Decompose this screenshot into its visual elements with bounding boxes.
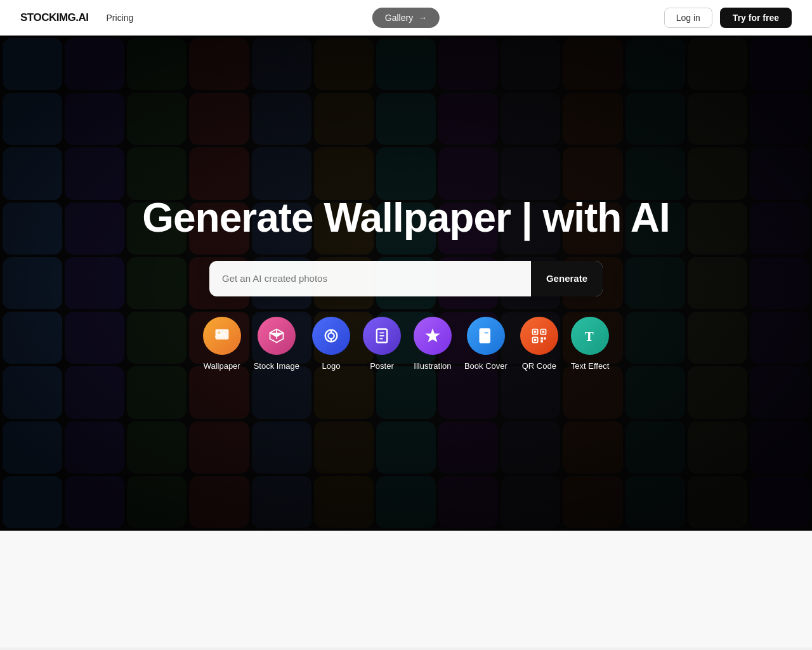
below-hero bbox=[0, 531, 812, 647]
pricing-link[interactable]: Pricing bbox=[107, 13, 134, 23]
hero-content: Generate Wallpaper | with AI Generate Wa… bbox=[142, 196, 670, 370]
wallpaper-label: Wallpaper bbox=[204, 361, 240, 371]
illustration-icon bbox=[414, 317, 452, 355]
category-item-illustration[interactable]: Illustration bbox=[414, 317, 452, 371]
navbar: STOCKIMG.AI Pricing Gallery → Log in Try… bbox=[0, 0, 812, 36]
poster-label: Poster bbox=[370, 361, 394, 371]
svg-rect-16 bbox=[542, 331, 545, 333]
category-item-stock-image[interactable]: Stock Image bbox=[254, 317, 299, 371]
svg-point-1 bbox=[218, 331, 220, 334]
search-input[interactable] bbox=[209, 273, 531, 284]
svg-rect-19 bbox=[540, 337, 543, 340]
book-cover-label: Book Cover bbox=[464, 361, 508, 371]
poster-icon bbox=[363, 317, 401, 355]
category-item-poster[interactable]: Poster bbox=[363, 317, 401, 371]
stock-image-label: Stock Image bbox=[254, 361, 299, 371]
svg-rect-20 bbox=[544, 337, 546, 340]
stock-image-icon bbox=[258, 317, 296, 355]
categories-row: WallpaperStock ImageLogoPosterIllustrati… bbox=[203, 317, 610, 371]
logo: STOCKIMG.AI bbox=[20, 11, 89, 24]
generate-button[interactable]: Generate bbox=[531, 261, 603, 296]
svg-rect-11 bbox=[482, 329, 490, 342]
category-item-qr-code[interactable]: QR Code bbox=[520, 317, 558, 371]
svg-rect-21 bbox=[540, 340, 543, 343]
svg-rect-18 bbox=[534, 338, 537, 341]
wallpaper-icon bbox=[203, 317, 241, 355]
arrow-icon: → bbox=[418, 13, 427, 23]
hero-section: Generate Wallpaper | with AI Generate Wa… bbox=[0, 36, 812, 531]
category-item-wallpaper[interactable]: Wallpaper bbox=[203, 317, 241, 371]
logo-icon bbox=[312, 317, 350, 355]
svg-point-2 bbox=[328, 333, 334, 338]
navbar-left: STOCKIMG.AI Pricing bbox=[20, 11, 133, 24]
qr-code-label: QR Code bbox=[522, 361, 556, 371]
logo-label: Logo bbox=[322, 361, 340, 371]
text-effect-icon: T bbox=[571, 317, 609, 355]
navbar-center: Gallery → bbox=[372, 8, 440, 28]
login-button[interactable]: Log in bbox=[664, 8, 712, 28]
hero-title-text: Generate Wallpaper | with AI bbox=[142, 195, 670, 241]
illustration-label: Illustration bbox=[414, 361, 451, 371]
gallery-button[interactable]: Gallery → bbox=[372, 8, 440, 28]
search-bar: Generate bbox=[209, 261, 603, 296]
category-item-text-effect[interactable]: TText Effect bbox=[571, 317, 609, 371]
book-cover-icon bbox=[467, 317, 505, 355]
svg-text:T: T bbox=[585, 329, 594, 344]
qr-code-icon bbox=[520, 317, 558, 355]
gallery-label: Gallery bbox=[385, 13, 413, 23]
navbar-right: Log in Try for free bbox=[664, 8, 792, 28]
svg-rect-14 bbox=[534, 331, 537, 333]
category-item-logo[interactable]: Logo bbox=[312, 317, 350, 371]
category-item-book-cover[interactable]: Book Cover bbox=[464, 317, 508, 371]
try-free-button[interactable]: Try for free bbox=[720, 8, 792, 28]
hero-title: Generate Wallpaper | with AI bbox=[142, 196, 670, 240]
text-effect-label: Text Effect bbox=[571, 361, 609, 371]
